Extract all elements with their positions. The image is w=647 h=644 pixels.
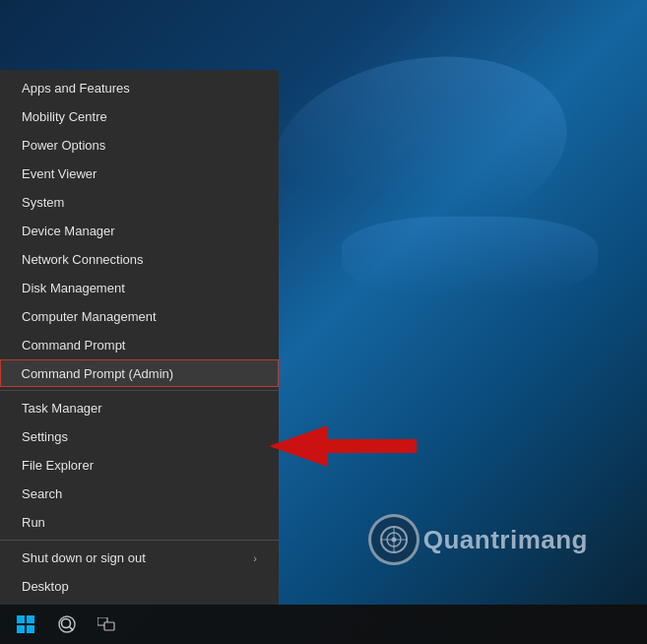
menu-item-search[interactable]: Search — [0, 480, 279, 508]
watermark-text: Quantrimang — [423, 525, 588, 555]
menu-item-label-settings: Settings — [22, 429, 68, 444]
svg-point-10 — [62, 619, 71, 628]
menu-item-label-apps-features: Apps and Features — [22, 81, 130, 96]
menu-item-label-power-options: Power Options — [22, 138, 105, 153]
menu-item-event-viewer[interactable]: Event Viewer — [0, 160, 279, 188]
submenu-arrow-icon: › — [253, 552, 257, 564]
menu-item-label-search: Search — [22, 486, 62, 501]
menu-separator-shutdown — [0, 540, 279, 541]
taskbar — [0, 605, 647, 644]
menu-separator-11 — [0, 390, 279, 391]
svg-point-4 — [391, 538, 396, 543]
menu-item-label-shut-down: Shut down or sign out — [22, 550, 146, 565]
svg-rect-7 — [17, 625, 25, 633]
menu-item-shut-down[interactable]: Shut down or sign out› — [0, 544, 279, 572]
context-menu: Apps and FeaturesMobility CentrePower Op… — [0, 70, 279, 605]
menu-item-label-computer-management: Computer Management — [22, 309, 157, 324]
menu-item-computer-management[interactable]: Computer Management — [0, 302, 279, 331]
menu-item-task-manager[interactable]: Task Manager — [0, 394, 279, 422]
menu-item-label-mobility-centre: Mobility Centre — [22, 109, 107, 124]
menu-item-label-task-manager: Task Manager — [22, 401, 102, 416]
menu-item-mobility-centre[interactable]: Mobility Centre — [0, 102, 279, 131]
menu-item-command-prompt-admin[interactable]: Command Prompt (Admin) — [0, 359, 279, 387]
menu-item-label-event-viewer: Event Viewer — [22, 166, 97, 181]
svg-line-11 — [70, 627, 74, 631]
svg-rect-5 — [17, 615, 25, 623]
menu-item-desktop[interactable]: Desktop — [0, 572, 279, 601]
desktop: Quantrimang Apps and FeaturesMobility Ce… — [0, 0, 647, 644]
menu-item-label-desktop: Desktop — [22, 579, 69, 594]
svg-rect-8 — [27, 625, 34, 633]
menu-item-settings[interactable]: Settings — [0, 422, 279, 451]
red-arrow-indicator — [259, 421, 417, 475]
menu-item-disk-management[interactable]: Disk Management — [0, 274, 279, 302]
menu-item-label-run: Run — [22, 515, 45, 530]
menu-item-device-manager[interactable]: Device Manager — [0, 217, 279, 245]
svg-rect-13 — [104, 622, 114, 630]
menu-item-label-disk-management: Disk Management — [22, 281, 125, 295]
watermark-logo: Quantrimang — [368, 514, 588, 565]
menu-item-file-explorer[interactable]: File Explorer — [0, 451, 279, 480]
menu-item-label-command-prompt: Command Prompt — [22, 338, 125, 353]
menu-item-system[interactable]: System — [0, 188, 279, 217]
menu-item-label-system: System — [22, 195, 64, 210]
menu-item-run[interactable]: Run — [0, 508, 279, 537]
start-button[interactable] — [6, 605, 45, 644]
menu-item-network-connections[interactable]: Network Connections — [0, 245, 279, 274]
watermark-circle-icon — [368, 514, 420, 565]
menu-item-apps-features[interactable]: Apps and Features — [0, 74, 279, 102]
menu-item-power-options[interactable]: Power Options — [0, 131, 279, 160]
taskbar-taskview-button[interactable] — [89, 607, 124, 642]
menu-item-command-prompt[interactable]: Command Prompt — [0, 331, 279, 359]
menu-item-label-network-connections: Network Connections — [22, 252, 144, 267]
taskbar-search-button[interactable] — [49, 607, 85, 642]
svg-rect-6 — [27, 615, 34, 623]
menu-item-label-device-manager: Device Manager — [22, 224, 115, 238]
menu-item-label-file-explorer: File Explorer — [22, 458, 94, 473]
svg-marker-15 — [269, 425, 417, 467]
menu-item-label-command-prompt-admin: Command Prompt (Admin) — [22, 366, 174, 381]
